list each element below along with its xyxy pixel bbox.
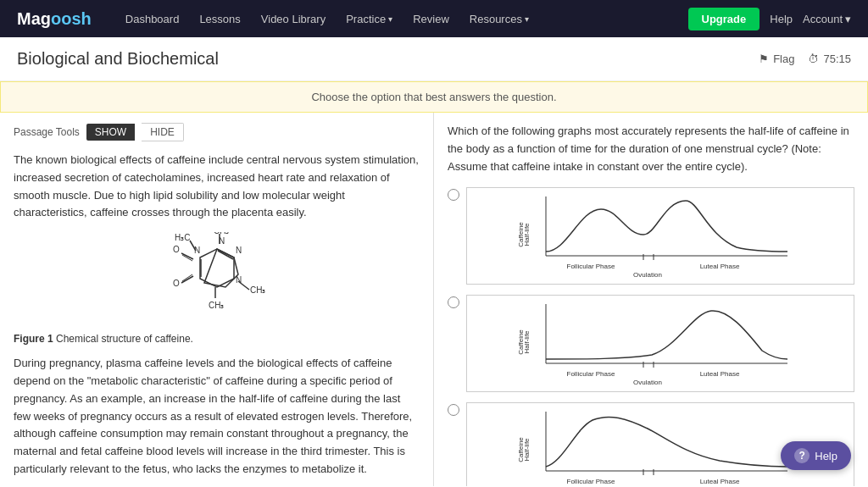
svg-text:Half-life: Half-life [523,438,531,462]
show-button[interactable]: SHOW [86,124,135,141]
svg-text:Follicular Phase: Follicular Phase [567,263,615,270]
svg-text:CH₃: CH₃ [214,232,229,235]
figure-caption: Figure 1 Chemical structure of caffeine. [14,333,420,345]
svg-text:Luteal Phase: Luteal Phase [700,478,740,485]
timer-display: ⏱ 75:15 [808,53,851,65]
page-container: Biological and Biochemical ⚑ Flag ⏱ 75:1… [0,37,868,487]
instruction-text: Choose the option that best answers the … [311,91,556,103]
svg-text:O: O [173,245,180,254]
svg-text:H₃C: H₃C [175,233,190,242]
svg-text:CH₃: CH₃ [209,301,224,310]
graph-a: Caffeine Half-life Follicular Phase [466,187,854,285]
help-fab-button[interactable]: ? Help [781,441,851,470]
svg-marker-1 [204,249,238,287]
nav-account-link[interactable]: Account ▾ [803,13,851,25]
figure-number: Figure 1 [14,333,53,345]
practice-chevron-icon: ▾ [388,14,392,24]
navbar: Magoosh Dashboard Lessons Video Library … [0,0,868,37]
graph-b: Caffeine Half-life Follicular Phase Lute… [466,295,854,392]
content-area: Passage Tools SHOW HIDE The known biolog… [0,113,868,486]
svg-text:Follicular Phase: Follicular Phase [567,370,615,378]
nav-video-library[interactable]: Video Library [253,8,334,30]
svg-line-18 [238,281,249,290]
flag-icon: ⚑ [759,53,769,65]
nav-resources[interactable]: Resources ▾ [461,8,537,30]
navbar-right: Upgrade Help Account ▾ [688,8,851,30]
radio-b[interactable] [448,296,459,308]
logo-mag: Mag [17,9,51,29]
svg-text:CH₃: CH₃ [250,285,265,295]
nav-practice[interactable]: Practice ▾ [337,8,401,30]
svg-text:Half-life: Half-life [523,330,531,354]
flag-button[interactable]: ⚑ Flag [759,53,794,65]
svg-line-3 [218,251,233,259]
svg-text:Ovulation: Ovulation [633,271,662,279]
nav-lessons[interactable]: Lessons [191,8,248,30]
svg-text:Luteal Phase: Luteal Phase [700,263,740,270]
passage-paragraph-1: The known biological effects of caffeine… [14,152,420,222]
radio-c[interactable] [448,404,459,416]
logo-oosh: oosh [51,9,92,29]
header-actions: ⚑ Flag ⏱ 75:15 [759,53,851,65]
svg-text:Half-life: Half-life [523,223,531,246]
help-fab-label: Help [815,450,837,462]
answer-option-a: Caffeine Half-life Follicular Phase [448,187,854,285]
timer-value: 75:15 [823,53,851,65]
nav-review[interactable]: Review [404,8,458,30]
nav-dashboard[interactable]: Dashboard [117,8,188,30]
svg-text:N: N [236,246,242,255]
page-header: Biological and Biochemical ⚑ Flag ⏱ 75:1… [0,37,868,81]
passage-tools-label: Passage Tools [14,126,80,138]
passage-paragraph-2: During pregnancy, plasma caffeine levels… [14,355,420,479]
hide-button[interactable]: HIDE [142,123,184,141]
passage-panel[interactable]: Passage Tools SHOW HIDE The known biolog… [0,113,434,486]
question-text: Which of the following graphs most accur… [448,123,854,175]
account-chevron-icon: ▾ [845,13,851,25]
answer-option-b: Caffeine Half-life Follicular Phase Lute… [448,295,854,392]
page-title: Biological and Biochemical [17,49,219,69]
logo[interactable]: Magoosh [17,9,92,29]
svg-text:Luteal Phase: Luteal Phase [700,370,740,378]
nav-menu: Dashboard Lessons Video Library Practice… [117,8,688,30]
question-panel[interactable]: Which of the following graphs most accur… [434,113,868,486]
help-fab-icon: ? [794,448,810,463]
passage-tools: Passage Tools SHOW HIDE [14,123,420,141]
figure-caption-text: Chemical structure of caffeine. [56,333,193,345]
svg-text:Ovulation: Ovulation [633,379,662,386]
figure-container: N N N N O O H₃C CH₃ [14,232,420,345]
clock-icon: ⏱ [808,53,819,65]
svg-line-10 [181,276,193,283]
svg-text:Follicular Phase: Follicular Phase [567,478,615,485]
radio-a[interactable] [448,189,459,201]
upgrade-button[interactable]: Upgrade [688,8,760,30]
flag-label: Flag [773,53,794,65]
molecule-image: N N N N O O H₃C CH₃ [141,232,293,325]
nav-help-link[interactable]: Help [770,13,793,25]
instruction-bar: Choose the option that best answers the … [0,81,868,113]
resources-chevron-icon: ▾ [525,14,529,24]
svg-text:O: O [173,279,180,288]
